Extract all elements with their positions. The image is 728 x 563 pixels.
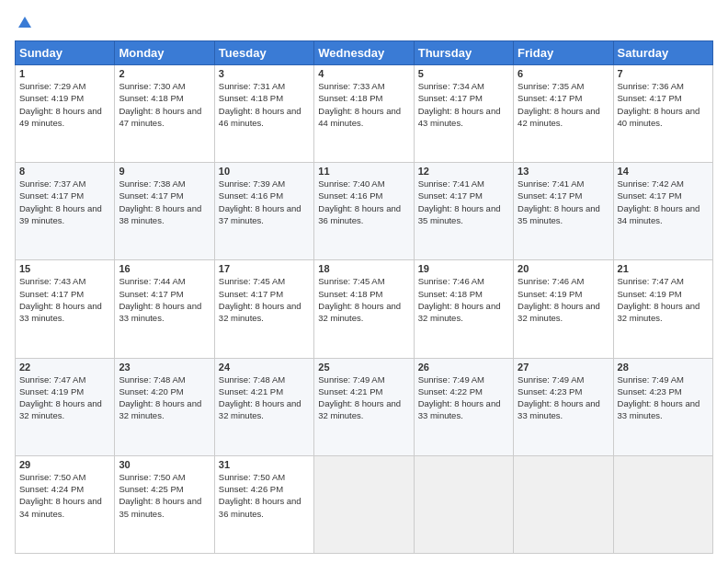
day-number: 23	[119, 362, 210, 373]
sunrise-text: Sunrise: 7:49 AM	[418, 374, 484, 385]
sunrise-text: Sunrise: 7:49 AM	[318, 374, 384, 385]
sunset-text: Sunset: 4:20 PM	[119, 386, 183, 396]
calendar-day-cell	[514, 455, 613, 553]
weekday-header-saturday: Saturday	[613, 41, 712, 65]
calendar-day-cell: 6Sunrise: 7:35 AMSunset: 4:17 PMDaylight…	[514, 65, 613, 163]
day-number: 17	[219, 263, 310, 274]
logo-icon	[17, 15, 33, 31]
sunrise-text: Sunrise: 7:46 AM	[418, 276, 484, 286]
weekday-header-tuesday: Tuesday	[214, 41, 313, 65]
calendar-day-cell: 27Sunrise: 7:49 AMSunset: 4:23 PMDayligh…	[514, 358, 613, 455]
day-number: 6	[518, 68, 609, 79]
sunrise-text: Sunrise: 7:50 AM	[219, 472, 285, 482]
sunrise-text: Sunrise: 7:47 AM	[618, 276, 684, 286]
calendar-day-cell: 4Sunrise: 7:33 AMSunset: 4:18 PMDaylight…	[314, 65, 414, 163]
day-number: 26	[418, 362, 509, 373]
calendar-day-cell	[414, 455, 513, 553]
day-info: Sunrise: 7:49 AMSunset: 4:23 PMDaylight:…	[618, 373, 709, 422]
daylight-text: Daylight: 8 hours and 32 minutes.	[219, 398, 301, 420]
day-number: 30	[119, 459, 210, 470]
day-number: 21	[618, 263, 709, 274]
calendar-header-row: SundayMondayTuesdayWednesdayThursdayFrid…	[16, 41, 713, 65]
sunrise-text: Sunrise: 7:35 AM	[518, 81, 584, 91]
sunrise-text: Sunrise: 7:34 AM	[418, 81, 484, 91]
sunrise-text: Sunrise: 7:36 AM	[618, 81, 684, 91]
calendar-day-cell: 9Sunrise: 7:38 AMSunset: 4:17 PMDaylight…	[115, 163, 214, 260]
day-number: 31	[219, 459, 310, 470]
weekday-header-friday: Friday	[514, 41, 613, 65]
calendar-day-cell: 1Sunrise: 7:29 AMSunset: 4:19 PMDaylight…	[16, 65, 115, 163]
daylight-text: Daylight: 8 hours and 32 minutes.	[518, 301, 600, 323]
sunset-text: Sunset: 4:17 PM	[119, 190, 183, 201]
sunset-text: Sunset: 4:17 PM	[219, 289, 283, 299]
calendar-week-row: 29Sunrise: 7:50 AMSunset: 4:24 PMDayligh…	[16, 455, 713, 553]
sunset-text: Sunset: 4:21 PM	[318, 386, 382, 396]
day-info: Sunrise: 7:50 AMSunset: 4:25 PMDaylight:…	[119, 471, 210, 520]
svg-marker-0	[18, 17, 31, 28]
calendar-day-cell: 31Sunrise: 7:50 AMSunset: 4:26 PMDayligh…	[214, 455, 313, 553]
calendar-day-cell: 7Sunrise: 7:36 AMSunset: 4:17 PMDaylight…	[613, 65, 712, 163]
logo	[15, 15, 33, 31]
day-info: Sunrise: 7:49 AMSunset: 4:21 PMDaylight:…	[318, 373, 409, 422]
daylight-text: Daylight: 8 hours and 32 minutes.	[19, 398, 102, 420]
sunset-text: Sunset: 4:23 PM	[518, 386, 582, 396]
day-number: 12	[418, 166, 509, 177]
calendar-day-cell: 23Sunrise: 7:48 AMSunset: 4:20 PMDayligh…	[115, 358, 214, 455]
day-info: Sunrise: 7:48 AMSunset: 4:21 PMDaylight:…	[219, 373, 310, 422]
sunset-text: Sunset: 4:18 PM	[318, 93, 382, 103]
sunset-text: Sunset: 4:19 PM	[19, 386, 84, 396]
calendar-day-cell: 30Sunrise: 7:50 AMSunset: 4:25 PMDayligh…	[115, 455, 214, 553]
day-number: 19	[418, 263, 509, 274]
sunset-text: Sunset: 4:17 PM	[418, 190, 483, 201]
sunset-text: Sunset: 4:21 PM	[219, 386, 283, 396]
daylight-text: Daylight: 8 hours and 38 minutes.	[119, 203, 201, 225]
sunset-text: Sunset: 4:26 PM	[219, 484, 283, 494]
daylight-text: Daylight: 8 hours and 32 minutes.	[219, 301, 301, 323]
day-info: Sunrise: 7:33 AMSunset: 4:18 PMDaylight:…	[318, 80, 409, 129]
day-number: 14	[618, 166, 709, 177]
day-info: Sunrise: 7:29 AMSunset: 4:19 PMDaylight:…	[19, 80, 110, 129]
daylight-text: Daylight: 8 hours and 32 minutes.	[418, 301, 501, 323]
sunrise-text: Sunrise: 7:45 AM	[318, 276, 384, 286]
sunrise-text: Sunrise: 7:42 AM	[618, 178, 684, 189]
daylight-text: Daylight: 8 hours and 36 minutes.	[219, 496, 301, 518]
calendar-day-cell: 14Sunrise: 7:42 AMSunset: 4:17 PMDayligh…	[613, 163, 712, 260]
day-number: 3	[219, 68, 310, 79]
sunset-text: Sunset: 4:18 PM	[219, 93, 283, 103]
sunrise-text: Sunrise: 7:37 AM	[19, 178, 85, 189]
calendar-day-cell: 29Sunrise: 7:50 AMSunset: 4:24 PMDayligh…	[16, 455, 115, 553]
sunrise-text: Sunrise: 7:45 AM	[219, 276, 285, 286]
weekday-header-sunday: Sunday	[16, 41, 115, 65]
calendar-day-cell: 18Sunrise: 7:45 AMSunset: 4:18 PMDayligh…	[314, 260, 414, 358]
day-number: 25	[318, 362, 409, 373]
daylight-text: Daylight: 8 hours and 39 minutes.	[19, 203, 102, 225]
calendar-day-cell: 2Sunrise: 7:30 AMSunset: 4:18 PMDaylight…	[115, 65, 214, 163]
daylight-text: Daylight: 8 hours and 35 minutes.	[418, 203, 501, 225]
calendar-day-cell: 17Sunrise: 7:45 AMSunset: 4:17 PMDayligh…	[214, 260, 313, 358]
sunset-text: Sunset: 4:22 PM	[418, 386, 483, 396]
calendar-day-cell: 5Sunrise: 7:34 AMSunset: 4:17 PMDaylight…	[414, 65, 513, 163]
calendar-day-cell: 20Sunrise: 7:46 AMSunset: 4:19 PMDayligh…	[514, 260, 613, 358]
sunset-text: Sunset: 4:19 PM	[518, 289, 582, 299]
day-info: Sunrise: 7:42 AMSunset: 4:17 PMDaylight:…	[618, 178, 709, 226]
sunset-text: Sunset: 4:19 PM	[19, 93, 84, 103]
daylight-text: Daylight: 8 hours and 47 minutes.	[119, 106, 201, 128]
day-number: 2	[119, 68, 210, 79]
day-info: Sunrise: 7:45 AMSunset: 4:18 PMDaylight:…	[318, 275, 409, 324]
day-info: Sunrise: 7:41 AMSunset: 4:17 PMDaylight:…	[518, 178, 609, 226]
sunrise-text: Sunrise: 7:33 AM	[318, 81, 384, 91]
day-info: Sunrise: 7:46 AMSunset: 4:19 PMDaylight:…	[518, 275, 609, 324]
day-info: Sunrise: 7:48 AMSunset: 4:20 PMDaylight:…	[119, 373, 210, 422]
day-info: Sunrise: 7:41 AMSunset: 4:17 PMDaylight:…	[418, 178, 509, 226]
sunset-text: Sunset: 4:16 PM	[219, 190, 283, 201]
day-info: Sunrise: 7:50 AMSunset: 4:26 PMDaylight:…	[219, 471, 310, 520]
day-number: 18	[318, 263, 409, 274]
page: SundayMondayTuesdayWednesdayThursdayFrid…	[0, 0, 728, 563]
sunrise-text: Sunrise: 7:50 AM	[119, 472, 185, 482]
daylight-text: Daylight: 8 hours and 32 minutes.	[318, 398, 401, 420]
calendar-day-cell: 3Sunrise: 7:31 AMSunset: 4:18 PMDaylight…	[214, 65, 313, 163]
sunrise-text: Sunrise: 7:48 AM	[119, 374, 185, 385]
daylight-text: Daylight: 8 hours and 32 minutes.	[618, 301, 700, 323]
calendar-day-cell: 15Sunrise: 7:43 AMSunset: 4:17 PMDayligh…	[16, 260, 115, 358]
calendar-day-cell: 12Sunrise: 7:41 AMSunset: 4:17 PMDayligh…	[414, 163, 513, 260]
